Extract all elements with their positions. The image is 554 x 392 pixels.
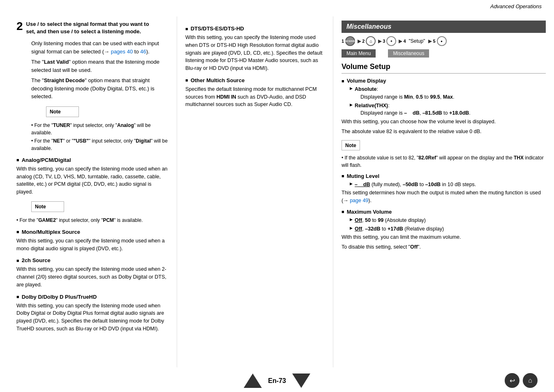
breadcrumb-bar: Main Menu Miscellaneous (342, 49, 546, 58)
nav-step-1: 1 RECEIVER (342, 36, 356, 46)
section-dolby-heading: Dolby D/Dolby D Plus/TrueHD (16, 294, 169, 300)
main-note-container: Note • For the "TUNER" input selector, o… (31, 103, 169, 152)
volume-display-body1: With this setting, you can choose how th… (342, 118, 546, 126)
analog-note-box: Note (31, 201, 64, 212)
step-header: 2 Use / to select the signal format that… (16, 21, 169, 35)
section-2ch-heading: 2ch Source (16, 257, 169, 263)
note-label: Note (50, 109, 75, 115)
nav-circle-5-icon[interactable]: ● (437, 36, 447, 46)
nav-arrow-3: ▶ (399, 38, 402, 44)
bullet-absolute: Absolute: Displayed range is Min, 0.5 to… (350, 85, 546, 101)
section-dts-heading: DTS/DTS-ES/DTS-HD (185, 25, 325, 32)
section-mono-heading: Mono/Multiplex Source (16, 229, 169, 235)
section-dolby-body: With this setting, you can specify the l… (16, 302, 169, 333)
maxvol-body1: With this setting, you can limit the max… (342, 233, 546, 241)
step-intro2: The "Last Valid" option means that the l… (31, 58, 169, 74)
section-dts-body: With this setting, you can specify the l… (185, 34, 325, 72)
section-multich-heading: Other Multich Source (185, 77, 325, 83)
analog-note-item-1: • For the "GAME2" input selector, only "… (16, 217, 169, 224)
step-number: 2 (16, 21, 23, 32)
bottom-nav: En-73 ↩ ⌂ (0, 367, 554, 392)
section-analog-body: With this setting, you can specify the l… (16, 165, 169, 196)
analog-note-content: • For the "GAME2" input selector, only "… (16, 217, 169, 224)
nav-arrow-2: ▶ (378, 38, 382, 44)
section-multich-body: Specifies the default listening mode for… (185, 85, 325, 108)
page-label: En-73 (268, 377, 286, 385)
note-item-1: • For the "TUNER" input selector, only "… (31, 122, 169, 136)
bullet-muting-text: – dB (fully muted), –50dB to –10dB in 10… (355, 181, 476, 189)
muting-body: This setting determines how much the out… (342, 189, 546, 205)
note-item-2: • For the "NET" or ""USB"" input selecto… (31, 137, 169, 152)
setup-label: "Setup" (409, 38, 425, 44)
bullet-maxvol-2: Off, –32dB to +17dB (Relative display) (350, 225, 546, 233)
analog-note-container: Note • For the "GAME2" input selector, o… (16, 198, 169, 224)
section-muting-heading: Muting Level (342, 173, 546, 179)
receiver-icon[interactable]: RECEIVER (345, 36, 355, 46)
bullet-maxvol-1: Off, 50 to 99 (Absolute display) (350, 217, 546, 224)
step-line2: set, and then use / to select a listenin… (26, 28, 149, 35)
page-link-40[interactable]: pages 40 (111, 48, 133, 55)
nav-arrow-4: ▶ (428, 38, 432, 44)
bullet-maxvol-1-text: Off, 50 to 99 (Absolute display) (355, 217, 426, 224)
volume-note-label: Note (345, 143, 356, 148)
header-title: Advanced Operations (490, 3, 542, 9)
volume-display-body2: The absolute value 82 is equivalent to t… (342, 128, 546, 136)
maxvol-body2: To disable this setting, select "Off". (342, 243, 546, 251)
volume-display-note-content: • If the absolute value is set to 82, "8… (342, 154, 546, 169)
misc-header-box: Miscellaneous (342, 21, 546, 33)
middle-column: DTS/DTS-ES/DTS-HD With this setting, you… (177, 16, 333, 367)
bottom-right-icons: ↩ ⌂ (505, 373, 538, 388)
nav-step-4: 4 "Setup" (403, 38, 427, 44)
breadcrumb-main-menu[interactable]: Main Menu (342, 49, 376, 58)
main-note-box: Note (46, 106, 79, 117)
volume-display-note-box: Note (342, 140, 360, 150)
page: Advanced Operations 2 Use / to select th… (0, 0, 554, 392)
nav-step-3: 3 ✦ (383, 36, 397, 46)
bullet-maxvol-2-text: Off, –32dB to +17dB (Relative display) (355, 225, 444, 233)
section-analog-heading: Analog/PCM/Digital (16, 157, 169, 163)
nav-steps: 1 RECEIVER ▶ 2 ⌂ ▶ 3 ✦ ▶ 4 " (342, 36, 546, 46)
section-volume-display-heading: Volume Display (342, 78, 546, 84)
bullet-muting: – dB (fully muted), –50dB to –10dB in 10… (350, 181, 546, 189)
analog-note-label: Note (35, 204, 60, 210)
bullet-relative: Relative(THX): Displayed range is – dB, … (350, 102, 546, 118)
volume-setup-title: Volume Setup (342, 62, 546, 74)
section-mono-body: With this setting, you can specify the l… (16, 237, 169, 253)
back-icon[interactable]: ↩ (505, 373, 519, 388)
main-note-content: • For the "TUNER" input selector, only "… (31, 122, 169, 152)
step-line1: Use / to select the signal format that y… (26, 21, 149, 28)
bullet-relative-text: Relative(THX): Displayed range is – dB, … (355, 102, 471, 118)
nav-arrow-1: ▶ (358, 38, 361, 44)
step-intro3: The "Straight Decode" option means that … (31, 76, 169, 101)
nav-circle-3-icon[interactable]: ✦ (386, 36, 396, 46)
advanced-operations-header: Advanced Operations (490, 3, 542, 9)
breadcrumb-miscellaneous[interactable]: Miscellaneous (388, 49, 429, 58)
page-link-46[interactable]: 46 (140, 48, 146, 55)
volume-note-item-1: • If the absolute value is set to 82, "8… (342, 154, 546, 169)
step-intro1: Only listening modes that can be used wi… (31, 39, 169, 55)
volume-display-note-container: Note • If the absolute value is set to 8… (342, 138, 546, 169)
content-area: 2 Use / to select the signal format that… (0, 16, 554, 367)
nav-step-5: 5 ● (433, 36, 447, 46)
page-number: En-73 (268, 377, 286, 385)
left-column: 2 Use / to select the signal format that… (0, 16, 177, 367)
right-column: Miscellaneous 1 RECEIVER ▶ 2 ⌂ ▶ 3 (333, 16, 554, 367)
misc-title: Miscellaneous (346, 23, 391, 30)
section-maxvol-heading: Maximum Volume (342, 209, 546, 215)
home-bottom-icon[interactable]: ⌂ (523, 373, 538, 388)
nav-step-2: 2 ⌂ (362, 36, 376, 46)
bullet-absolute-text: Absolute: Displayed range is Min, 0.5 to… (355, 85, 455, 101)
prev-page-button[interactable] (244, 374, 262, 388)
home-icon[interactable]: ⌂ (366, 36, 376, 46)
section-2ch-body: With this setting, you can specify the l… (16, 265, 169, 288)
page-49-link[interactable]: page 49 (350, 198, 368, 203)
next-page-button[interactable] (292, 374, 310, 388)
